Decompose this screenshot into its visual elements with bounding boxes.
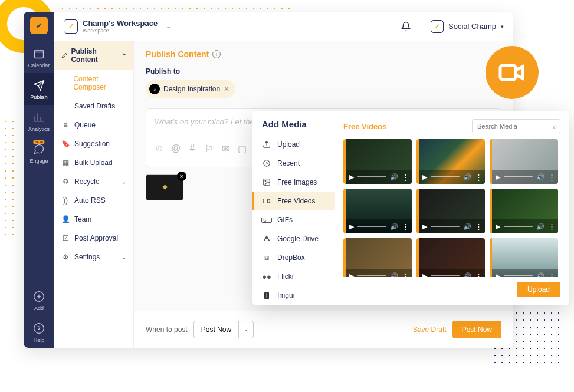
image-icon[interactable]: ▢ xyxy=(237,144,247,153)
upload-button[interactable]: Upload xyxy=(517,282,560,297)
tiktok-icon: ♪ xyxy=(149,84,160,94)
sidebar-item-saved-drafts[interactable]: Saved Drafts xyxy=(54,97,133,116)
clock-icon xyxy=(262,159,271,168)
sidebar-item-suggestion[interactable]: 🔖Suggestion xyxy=(54,134,133,153)
remove-chip-icon[interactable]: ✕ xyxy=(224,85,229,93)
more-icon[interactable]: ⋮ xyxy=(402,173,408,182)
play-icon[interactable]: ▶ xyxy=(422,223,427,230)
media-source-recent[interactable]: Recent xyxy=(252,154,335,173)
video-thumbnail[interactable]: ▶🔊⋮ xyxy=(416,189,485,233)
play-icon[interactable]: ▶ xyxy=(422,173,427,181)
sidebar-item-content-composer[interactable]: Content Composer xyxy=(54,70,133,97)
emoji-icon[interactable]: ☺ xyxy=(155,144,164,153)
video-thumbnail[interactable]: ▶🔊⋮ xyxy=(343,139,412,184)
chevron-up-icon: ⌃ xyxy=(122,52,126,59)
play-icon[interactable]: ▶ xyxy=(422,272,427,278)
rail-publish[interactable]: Publish xyxy=(24,73,54,105)
volume-icon[interactable]: 🔊 xyxy=(463,173,471,181)
volume-icon[interactable]: 🔊 xyxy=(536,223,545,230)
video-thumbnail[interactable]: ▶🔊⋮ xyxy=(343,189,412,233)
sidebar-item-auto-rss[interactable]: ))Auto RSS xyxy=(54,191,133,210)
search-input[interactable] xyxy=(472,119,560,133)
rail-analytics[interactable]: Analytics xyxy=(24,105,54,137)
sidebar-item-settings[interactable]: ⚙Settings⌄ xyxy=(54,248,133,266)
remove-thumbnail-icon[interactable]: ✕ xyxy=(177,172,186,181)
rail-calendar[interactable]: Calendar xyxy=(24,41,54,73)
at-icon[interactable]: @ xyxy=(171,144,181,153)
volume-icon[interactable]: 🔊 xyxy=(390,173,398,181)
sidebar-item-queue[interactable]: ≡Queue xyxy=(54,116,133,134)
play-icon[interactable]: ▶ xyxy=(496,223,500,230)
location-icon[interactable]: ⚐ xyxy=(204,144,214,153)
workspace-name: Champ's Workspace xyxy=(83,19,158,28)
video-thumbnail[interactable]: ▶🔊⋮ xyxy=(416,139,485,184)
workspace-subtitle: Workspace xyxy=(83,28,158,34)
attachment-icon[interactable]: ✉ xyxy=(221,144,230,153)
media-source-gifs[interactable]: GIFGIFs xyxy=(252,210,335,229)
video-thumbnail[interactable]: ▶🔊⋮ xyxy=(490,139,558,184)
more-icon[interactable]: ⋮ xyxy=(548,173,555,182)
play-icon[interactable]: ▶ xyxy=(349,223,354,230)
sidebar-item-recycle[interactable]: ♻Recycle⌄ xyxy=(54,172,133,191)
play-icon[interactable]: ▶ xyxy=(496,272,500,278)
more-icon[interactable]: ⋮ xyxy=(402,272,408,278)
chat-icon xyxy=(32,143,45,156)
media-source-free-images[interactable]: Free Images xyxy=(252,173,335,192)
search-icon[interactable]: ⌕ xyxy=(553,122,557,130)
post-now-button[interactable]: Post Now xyxy=(452,321,501,338)
media-source-dropbox[interactable]: ⧈DropBox xyxy=(252,248,335,267)
rail-add[interactable]: Add xyxy=(24,284,54,316)
volume-icon[interactable]: 🔊 xyxy=(536,173,545,181)
more-icon[interactable]: ⋮ xyxy=(475,222,481,231)
when-label: When to post xyxy=(146,325,188,334)
workspace-logo-icon: ✓ xyxy=(64,19,78,34)
rail-help[interactable]: Help xyxy=(24,316,54,348)
chevron-down-icon: ⌄ xyxy=(166,22,171,30)
media-source-flickr[interactable]: ●●Flickr xyxy=(252,267,335,286)
gear-icon: ⚙ xyxy=(61,253,70,261)
more-icon[interactable]: ⋮ xyxy=(548,222,555,231)
image-icon xyxy=(262,177,271,187)
volume-icon[interactable]: 🔊 xyxy=(536,272,545,278)
more-icon[interactable]: ⋮ xyxy=(402,222,408,231)
plus-icon xyxy=(32,290,45,303)
topbar: ✓ Champ's Workspace Workspace ⌄ ✓ Social… xyxy=(54,12,513,41)
info-icon[interactable]: i xyxy=(212,50,221,58)
volume-icon[interactable]: 🔊 xyxy=(390,272,398,278)
play-icon[interactable]: ▶ xyxy=(349,173,354,181)
volume-icon[interactable]: 🔊 xyxy=(463,272,471,278)
volume-icon[interactable]: 🔊 xyxy=(463,223,471,230)
paper-plane-icon xyxy=(32,79,45,92)
user-menu[interactable]: ✓ Social Champ ▾ xyxy=(431,20,504,33)
play-icon[interactable]: ▶ xyxy=(496,173,500,181)
notification-bell-icon[interactable] xyxy=(401,21,411,32)
more-icon[interactable]: ⋮ xyxy=(475,173,481,182)
video-thumbnail[interactable]: ▶🔊⋮ xyxy=(490,238,558,277)
volume-icon[interactable]: 🔊 xyxy=(390,223,398,230)
sidebar-item-bulk-upload[interactable]: ▦Bulk Upload xyxy=(54,153,133,172)
app-logo[interactable] xyxy=(30,17,48,34)
media-source-imgur[interactable]: iImgur xyxy=(252,286,335,305)
media-source-free-videos[interactable]: Free Videos xyxy=(252,192,335,210)
play-icon[interactable]: ▶ xyxy=(349,272,354,278)
hashtag-icon[interactable]: # xyxy=(188,144,197,153)
sidebar-item-post-approval[interactable]: ☑Post Approval xyxy=(54,229,133,248)
video-thumbnail[interactable]: ▶🔊⋮ xyxy=(490,189,558,233)
video-thumbnail[interactable]: ▶🔊⋮ xyxy=(343,238,412,277)
sidebar-header[interactable]: Publish Content ⌃ xyxy=(54,41,133,70)
schedule-selector[interactable]: Post Now ⌄ xyxy=(193,321,254,338)
media-source-google-drive[interactable]: Google Drive xyxy=(252,229,335,248)
workspace-selector[interactable]: ✓ Champ's Workspace Workspace ⌄ xyxy=(64,19,171,34)
account-chip[interactable]: ♪ Design Inspiration ✕ xyxy=(146,80,235,98)
save-draft-button[interactable]: Save Draft xyxy=(413,325,447,334)
chevron-down-icon[interactable]: ⌄ xyxy=(239,321,253,338)
video-thumbnail[interactable]: ▶🔊⋮ xyxy=(416,238,485,277)
media-source-upload[interactable]: Upload xyxy=(252,135,335,154)
sidebar-item-team[interactable]: 👤Team xyxy=(54,210,133,229)
more-icon[interactable]: ⋮ xyxy=(475,272,481,278)
media-thumbnail[interactable]: ✦ ✕ xyxy=(146,174,183,200)
more-icon[interactable]: ⋮ xyxy=(548,272,555,278)
rail-engage[interactable]: Engage xyxy=(24,137,54,169)
bookmark-icon: 🔖 xyxy=(61,140,70,148)
media-section-title: Free Videos xyxy=(343,122,386,131)
